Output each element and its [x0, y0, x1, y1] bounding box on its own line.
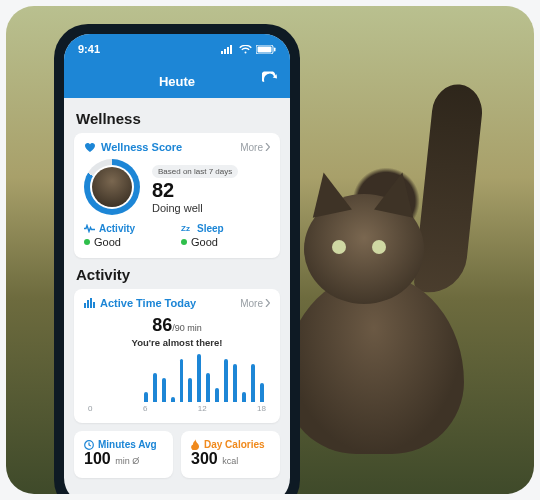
hero-image: 9:41 Heute Wellness: [6, 6, 534, 494]
wellness-section-title: Wellness: [76, 110, 278, 127]
day-calories-card[interactable]: Day Calories 300 kcal: [181, 431, 280, 478]
svg-rect-2: [227, 47, 229, 54]
pet-avatar: [92, 167, 132, 207]
active-time-title: Active Time Today: [100, 297, 196, 309]
chart-bar: [206, 373, 210, 402]
chevron-right-icon: [265, 143, 270, 151]
chart-bar: [224, 359, 228, 402]
chart-bar: [144, 392, 148, 402]
wellness-card-header: Wellness Score More: [84, 141, 270, 153]
wellness-card-title: Wellness Score: [101, 141, 182, 153]
status-bar: 9:41: [64, 34, 290, 64]
activity-metric[interactable]: Activity Good: [84, 223, 173, 248]
active-time-card[interactable]: Active Time Today More 86/90 min You're …: [74, 289, 280, 423]
minutes-avg-card[interactable]: Minutes Avg 100 min Ø: [74, 431, 173, 478]
status-dot-good: [181, 239, 187, 245]
sleep-metric[interactable]: Zz Sleep Good: [181, 223, 270, 248]
status-dot-good: [84, 239, 90, 245]
app-bar-title: Heute: [159, 74, 195, 89]
chevron-right-icon: [265, 299, 270, 307]
svg-rect-8: [84, 303, 86, 308]
flame-icon: [191, 439, 200, 450]
wellness-progress-ring: [84, 159, 140, 215]
active-time-bar-chart: [84, 354, 270, 402]
heart-icon: [84, 142, 96, 153]
chart-bar: [251, 364, 255, 402]
wellness-basis-pill: Based on last 7 days: [152, 165, 238, 178]
wellness-more-button[interactable]: More: [240, 142, 270, 153]
phone-screen: 9:41 Heute Wellness: [64, 34, 290, 494]
phone-frame: 9:41 Heute Wellness: [54, 24, 300, 494]
app-bar: Heute: [64, 64, 290, 98]
active-time-sub: You're almost there!: [84, 337, 270, 348]
wellness-score-value: 82: [152, 180, 238, 200]
svg-rect-5: [258, 46, 272, 52]
svg-rect-1: [224, 49, 226, 54]
chart-bar: [153, 373, 157, 402]
chart-bar: [260, 383, 264, 402]
chart-bar: [215, 388, 219, 402]
status-time: 9:41: [78, 43, 100, 55]
chart-bar: [171, 397, 175, 402]
chart-bar: [233, 364, 237, 402]
scroll-content[interactable]: Wellness Wellness Score More: [64, 98, 290, 494]
svg-rect-3: [230, 45, 232, 54]
chart-bar: [188, 378, 192, 402]
chart-bar: [180, 359, 184, 402]
battery-icon: [256, 45, 276, 54]
wifi-icon: [239, 45, 252, 54]
chart-bar: [197, 354, 201, 402]
active-time-more-button[interactable]: More: [240, 298, 270, 309]
svg-text:Zz: Zz: [181, 224, 190, 233]
activity-section-title: Activity: [76, 266, 278, 283]
active-time-goal: /90 min: [172, 323, 202, 333]
active-time-header: Active Time Today More: [84, 297, 270, 309]
clock-icon: [84, 440, 94, 450]
svg-rect-6: [274, 47, 276, 51]
status-icons: [221, 45, 276, 54]
wellness-card[interactable]: Wellness Score More Based on last 7 days: [74, 133, 280, 258]
chart-bar: [162, 378, 166, 402]
signal-icon: [221, 45, 235, 54]
chart-bar: [242, 392, 246, 402]
bars-icon: [84, 298, 95, 308]
day-calories-value: 300: [191, 450, 218, 467]
wellness-score-desc: Doing well: [152, 202, 238, 214]
sleep-icon: Zz: [181, 224, 193, 233]
pulse-icon: [84, 224, 95, 233]
minutes-avg-value: 100: [84, 450, 111, 467]
chart-x-axis: 0 6 12 18: [84, 404, 270, 413]
svg-rect-0: [221, 51, 223, 54]
svg-rect-9: [87, 300, 89, 308]
active-time-value: 86: [152, 315, 172, 335]
refresh-button[interactable]: [262, 72, 278, 91]
svg-rect-10: [90, 298, 92, 308]
refresh-icon: [262, 72, 278, 88]
svg-rect-11: [93, 302, 95, 308]
